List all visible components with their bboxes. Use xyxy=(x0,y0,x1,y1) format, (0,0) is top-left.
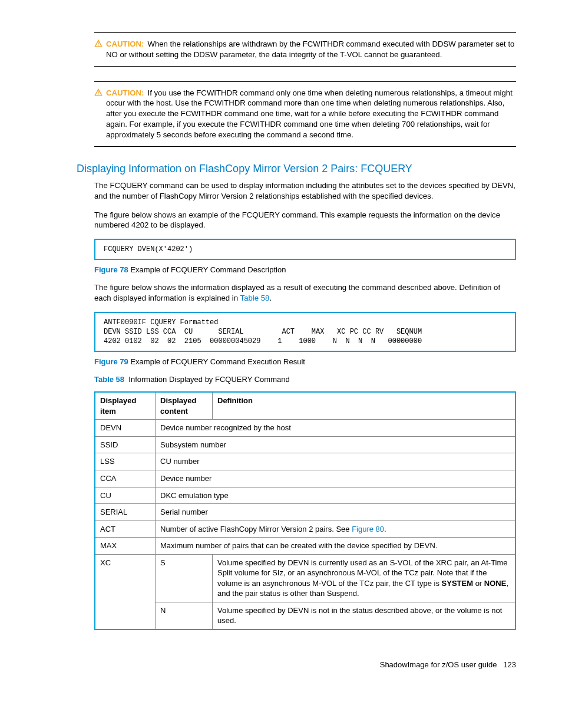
table-text: Information Displayed by FCQUERY Command xyxy=(128,375,289,384)
figure-text: Example of FCQUERY Command Execution Res… xyxy=(130,357,305,366)
cell-def: Subsystem number xyxy=(156,436,516,453)
footer-title: ShadowImage for z/OS user guide xyxy=(380,660,497,669)
cell-def: CU number xyxy=(156,453,516,470)
para-text: . xyxy=(269,294,272,302)
col-header: Definition xyxy=(213,392,516,420)
cell-item: SSID xyxy=(95,436,156,453)
col-header: Displayed item xyxy=(95,392,156,420)
paragraph: The figure below shows an example of the… xyxy=(94,210,516,231)
cell-def: Device number recognized by the host xyxy=(156,420,516,437)
page-footer: ShadowImage for z/OS user guide 123 xyxy=(77,660,516,670)
cell-item: LSS xyxy=(95,453,156,470)
cell-item: SERIAL xyxy=(95,504,156,521)
table-row: ACT Number of active FlashCopy Mirror Ve… xyxy=(95,521,515,538)
cell-def: Device number xyxy=(156,470,516,487)
table-row: LSS CU number xyxy=(95,453,515,470)
caution-text: CAUTION:When the relationships are withd… xyxy=(106,39,516,60)
cell-item: CCA xyxy=(95,470,156,487)
caution-label: CAUTION: xyxy=(106,88,144,97)
caution-text: CAUTION:If you use the FCWITHDR command … xyxy=(106,88,516,140)
caution-label: CAUTION: xyxy=(106,39,144,48)
figure-caption-79: Figure 79 Example of FCQUERY Command Exe… xyxy=(94,357,516,367)
caution-icon xyxy=(94,39,103,51)
figure-link[interactable]: Figure 80 xyxy=(352,525,384,533)
cell-item: CU xyxy=(95,487,156,504)
fcquery-info-table: Displayed item Displayed content Definit… xyxy=(94,391,516,630)
table-row: CU DKC emulation type xyxy=(95,487,515,504)
caution-body: If you use the FCWITHDR command only one… xyxy=(106,88,513,139)
col-header: Displayed content xyxy=(156,392,213,420)
table-row: MAX Maximum number of pairs that can be … xyxy=(95,538,515,555)
table-label: Table 58 xyxy=(94,375,124,384)
cell-def: Volume specified by DEVN is currently us… xyxy=(213,554,516,602)
cell-def: Volume specified by DEVN is not in the s… xyxy=(213,602,516,630)
figure-label: Figure 79 xyxy=(94,357,128,366)
svg-rect-2 xyxy=(98,91,98,94)
caution-body: When the relationships are withdrawn by … xyxy=(106,39,514,59)
table-row: N Volume specified by DEVN is not in the… xyxy=(95,602,515,630)
table-row: DEVN Device number recognized by the hos… xyxy=(95,420,515,437)
cell-item: MAX xyxy=(95,538,156,555)
page-number: 123 xyxy=(503,660,516,669)
svg-rect-1 xyxy=(98,45,98,45)
svg-rect-0 xyxy=(98,42,98,45)
figure-caption-78: Figure 78 Example of FCQUERY Command Des… xyxy=(94,265,516,275)
para-text: The figure below shows the information d… xyxy=(94,283,500,302)
paragraph: The FCQUERY command can be used to displ… xyxy=(94,180,516,202)
cell-content: N xyxy=(156,602,213,630)
cell-item: DEVN xyxy=(95,420,156,437)
cell-def: Maximum number of pairs that can be crea… xyxy=(156,538,516,555)
caution-block-2: CAUTION:If you use the FCWITHDR command … xyxy=(94,81,516,147)
cell-content: S xyxy=(156,554,213,602)
code-block-1: FCQUERY DVEN(X'4202') xyxy=(94,239,516,260)
cell-def: Number of active FlashCopy Mirror Versio… xyxy=(156,521,516,538)
figure-text: Example of FCQUERY Command Description xyxy=(130,265,286,274)
table-link[interactable]: Table 58 xyxy=(240,294,270,302)
paragraph: The figure below shows the information d… xyxy=(94,282,516,304)
cell-def: Serial number xyxy=(156,504,516,521)
caution-icon xyxy=(94,88,103,100)
figure-label: Figure 78 xyxy=(94,265,128,274)
cell-item: XC xyxy=(95,554,156,630)
table-header-row: Displayed item Displayed content Definit… xyxy=(95,392,515,420)
caution-block-1: CAUTION:When the relationships are withd… xyxy=(94,32,516,67)
table-row: CCA Device number xyxy=(95,470,515,487)
section-heading: Displaying Information on FlashCopy Mirr… xyxy=(77,162,516,176)
cell-item: ACT xyxy=(95,521,156,538)
table-caption-58: Table 58 Information Displayed by FCQUER… xyxy=(94,374,516,385)
table-row: XC S Volume specified by DEVN is current… xyxy=(95,554,515,602)
table-row: SERIAL Serial number xyxy=(95,504,515,521)
cell-def: DKC emulation type xyxy=(156,487,516,504)
svg-rect-3 xyxy=(98,94,98,94)
code-block-2: ANTF0090IF CQUERY Formatted DEVN SSID LS… xyxy=(94,312,516,353)
table-row: SSID Subsystem number xyxy=(95,436,515,453)
